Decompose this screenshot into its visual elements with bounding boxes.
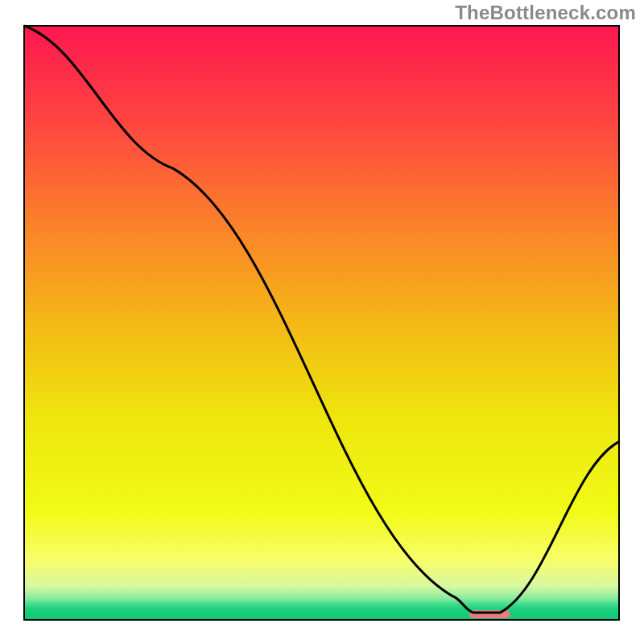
chart-stage: TheBottleneck.com <box>0 0 644 644</box>
bottleneck-chart <box>0 0 644 644</box>
plot-background <box>25 27 618 619</box>
